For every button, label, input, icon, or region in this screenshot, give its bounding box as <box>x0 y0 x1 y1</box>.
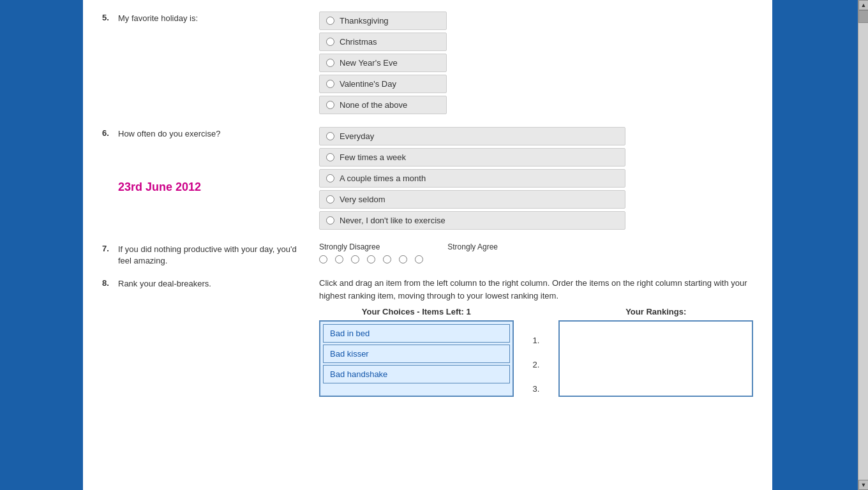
question-7-row: 7. If you did nothing productive with yo… <box>102 237 753 272</box>
q5-label-noneabove: None of the above <box>340 100 407 110</box>
q5-option-valentines[interactable]: Valentine's Day <box>319 75 447 93</box>
q5-radio-thanksgiving[interactable] <box>326 17 334 25</box>
question-8-row: 8. Rank your deal-breakers. Click and dr… <box>102 272 753 403</box>
q7-radio-1[interactable] <box>319 255 327 264</box>
rankings-box <box>558 320 753 397</box>
q5-options: Thanksgiving Christmas New Year's Eve Va… <box>319 11 753 117</box>
q5-label-newyears: New Year's Eve <box>340 58 398 68</box>
q5-label-valentines: Valentine's Day <box>340 79 396 89</box>
likert-radio-1[interactable] <box>319 255 327 264</box>
rank-drop-3[interactable] <box>562 371 749 389</box>
rank-numbers: 1. 2. 3. <box>533 307 540 397</box>
rank-instruction: Click and drag an item from the left col… <box>319 277 753 302</box>
likert-radio-4[interactable] <box>367 255 375 264</box>
choice-bad-handshake[interactable]: Bad handshake <box>323 365 510 383</box>
rankings-title: Your Rankings: <box>558 307 753 316</box>
q6-label-never: Never, I don't like to exercise <box>340 216 445 225</box>
choices-title: Your Choices - Items Left: 1 <box>319 307 514 316</box>
q6-option-fewtimes[interactable]: Few times a week <box>319 148 625 167</box>
q5-option-thanksgiving[interactable]: Thanksgiving <box>319 11 447 30</box>
q8-text: Rank your deal-breakers. <box>118 277 284 290</box>
q5-option-christmas[interactable]: Christmas <box>319 33 447 51</box>
q5-number: 5. <box>102 11 118 117</box>
q6-number: 6. <box>102 127 118 232</box>
q8-rank: Click and drag an item from the left col… <box>319 277 753 397</box>
q7-text: If you did nothing productive with your … <box>118 242 297 267</box>
rank-row-2 <box>562 347 749 366</box>
rank-num-2: 2. <box>533 355 540 373</box>
likert-radio-3[interactable] <box>351 255 359 264</box>
q7-radio-3[interactable] <box>351 255 359 264</box>
q5-label-christmas: Christmas <box>340 37 377 47</box>
q6-radio-fewtimes[interactable] <box>326 153 334 161</box>
right-sidebar: ▲ ▼ <box>772 0 868 490</box>
likert-radios <box>319 255 498 264</box>
q5-radio-valentines[interactable] <box>326 80 334 88</box>
left-sidebar <box>0 0 83 490</box>
q5-option-noneabove[interactable]: None of the above <box>319 96 447 114</box>
choice-bad-kisser[interactable]: Bad kisser <box>323 345 510 363</box>
scrollbar-track[interactable]: ▲ ▼ <box>858 0 868 490</box>
q7-number: 7. <box>102 242 118 267</box>
likert-radio-6[interactable] <box>399 255 407 264</box>
scrollbar-arrow-down[interactable]: ▼ <box>858 480 868 490</box>
likert-labels: Strongly Disagree Strongly Agree <box>319 242 498 251</box>
rank-num-1: 1. <box>533 331 540 349</box>
rank-drop-2[interactable] <box>562 348 749 366</box>
q6-option-veryseldom[interactable]: Very seldom <box>319 190 625 209</box>
q6-label-coupletimes: A couple times a month <box>340 174 426 183</box>
q6-radio-coupletimes[interactable] <box>326 174 334 182</box>
likert-radio-5[interactable] <box>383 255 391 264</box>
q6-label-veryseldom: Very seldom <box>340 195 385 204</box>
likert-min-label: Strongly Disagree <box>319 242 380 251</box>
q6-option-coupletimes[interactable]: A couple times a month <box>319 169 625 188</box>
q7-scale: Strongly Disagree Strongly Agree <box>319 242 753 267</box>
q6-option-never[interactable]: Never, I don't like to exercise <box>319 211 625 230</box>
likert-radio-2[interactable] <box>335 255 343 264</box>
q5-option-newyears[interactable]: New Year's Eve <box>319 54 447 72</box>
q5-text: My favorite holiday is: <box>118 11 284 117</box>
rank-drop-1[interactable] <box>562 325 749 343</box>
choices-column: Your Choices - Items Left: 1 Bad in bed … <box>319 307 514 397</box>
scrollbar-thumb[interactable] <box>858 10 868 23</box>
rank-num-3: 3. <box>533 380 540 397</box>
q7-left: 7. If you did nothing productive with yo… <box>102 242 319 267</box>
rank-row-1 <box>562 324 749 343</box>
choice-bad-in-bed[interactable]: Bad in bed <box>323 324 510 343</box>
q6-radio-veryseldom[interactable] <box>326 195 334 204</box>
q6-label-fewtimes: Few times a week <box>340 152 406 162</box>
q6-label-everyday: Everyday <box>340 131 374 141</box>
q6-radio-everyday[interactable] <box>326 132 334 140</box>
q7-radio-5[interactable] <box>383 255 391 264</box>
q6-option-everyday[interactable]: Everyday <box>319 127 625 145</box>
rank-row-3 <box>562 370 749 389</box>
rankings-column: Your Rankings: <box>558 307 753 397</box>
q7-radio-7[interactable] <box>415 255 423 264</box>
q7-radio-6[interactable] <box>399 255 407 264</box>
main-content: 5. My favorite holiday is: Thanksgiving … <box>83 0 772 490</box>
q5-label-thanksgiving: Thanksgiving <box>340 16 389 26</box>
q6-radio-never[interactable] <box>326 216 334 225</box>
q5-radio-christmas[interactable] <box>326 38 334 46</box>
scrollbar-arrow-up[interactable]: ▲ <box>858 0 868 10</box>
q8-left: 8. Rank your deal-breakers. <box>102 277 319 290</box>
q5-radio-noneabove[interactable] <box>326 101 334 109</box>
q5-radio-newyears[interactable] <box>326 59 334 67</box>
likert-max-label: Strongly Agree <box>447 242 498 251</box>
question-6-row: 6. How often do you exercise? 23rd June … <box>102 122 753 237</box>
q8-number: 8. <box>102 277 118 290</box>
likert-radio-7[interactable] <box>415 255 423 264</box>
choices-box: Bad in bed Bad kisser Bad handshake <box>319 320 514 397</box>
q6-text: How often do you exercise? <box>118 127 284 140</box>
rank-columns: Your Choices - Items Left: 1 Bad in bed … <box>319 307 753 397</box>
q5-left: 5. My favorite holiday is: <box>102 11 319 117</box>
q7-radio-2[interactable] <box>335 255 343 264</box>
q7-radio-4[interactable] <box>367 255 375 264</box>
question-5-row: 5. My favorite holiday is: Thanksgiving … <box>102 6 753 122</box>
q6-left: 6. How often do you exercise? 23rd June … <box>102 127 319 232</box>
q6-options: Everyday Few times a week A couple times… <box>319 127 753 232</box>
q6-date: 23rd June 2012 <box>118 178 284 195</box>
